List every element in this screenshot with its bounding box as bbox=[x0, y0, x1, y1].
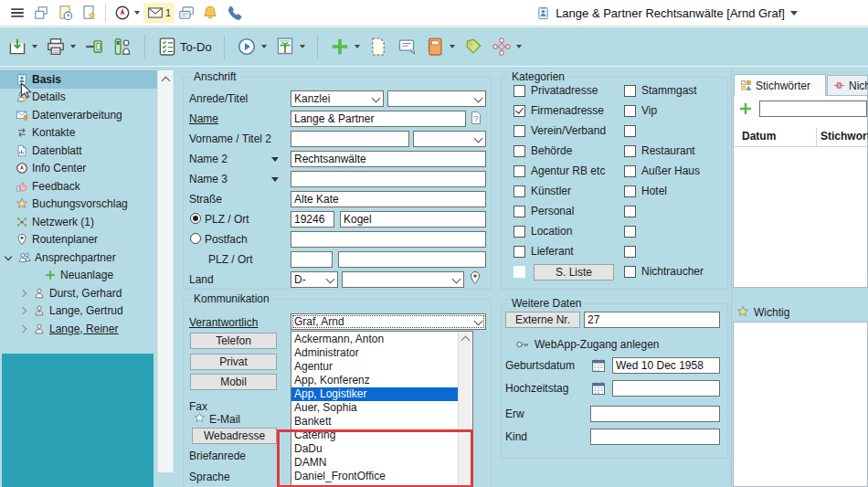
column-header-datum[interactable]: Datum bbox=[742, 130, 776, 143]
plug-button[interactable] bbox=[84, 37, 104, 57]
dashed-doc-button[interactable] bbox=[368, 37, 388, 57]
tag-button[interactable] bbox=[463, 37, 483, 57]
postfach-ort-input[interactable] bbox=[338, 251, 486, 268]
name-help-icon[interactable]: ? bbox=[469, 111, 483, 125]
menu-button[interactable] bbox=[5, 3, 29, 23]
tab-nichtraucher[interactable]: Nich bbox=[827, 75, 868, 96]
checkbox[interactable] bbox=[624, 185, 636, 197]
dropdown-item[interactable]: Auer, Sophia bbox=[291, 401, 459, 415]
windows-button[interactable] bbox=[29, 3, 53, 23]
privat-button[interactable]: Privat bbox=[190, 354, 277, 370]
tree-expander-icon[interactable] bbox=[18, 305, 29, 316]
mobil-button[interactable]: Mobil bbox=[190, 374, 277, 390]
land-combo[interactable]: D- bbox=[291, 271, 338, 288]
dropdown-item[interactable]: Administrator bbox=[291, 346, 459, 360]
verantwortlich-combo[interactable]: Graf, Arnd bbox=[291, 313, 486, 330]
combo-arrow-icon[interactable] bbox=[471, 314, 485, 329]
ort-input[interactable] bbox=[340, 211, 486, 228]
checkbox[interactable] bbox=[624, 226, 636, 238]
combo-arrow-icon[interactable] bbox=[471, 132, 485, 146]
sidebar-item[interactable]: Feedback bbox=[0, 177, 157, 196]
column-header-stichwort[interactable]: Stichwort bbox=[820, 130, 868, 143]
checkbox[interactable] bbox=[513, 85, 525, 97]
telefon-button[interactable]: Telefon bbox=[190, 333, 277, 349]
stichwort-input[interactable] bbox=[759, 101, 867, 117]
combo-arrow-icon[interactable] bbox=[369, 91, 383, 106]
bell-button[interactable] bbox=[198, 3, 222, 23]
titel-combo[interactable] bbox=[387, 90, 486, 107]
calendar-icon[interactable] bbox=[591, 358, 606, 373]
checkbox[interactable] bbox=[624, 85, 636, 97]
tree-expander-icon[interactable] bbox=[18, 288, 29, 299]
checkbox[interactable] bbox=[624, 105, 636, 117]
combo-arrow-icon[interactable] bbox=[471, 91, 485, 106]
sidebar-item[interactable]: Durst, Gerhard bbox=[0, 284, 157, 302]
doc-clock-button[interactable] bbox=[53, 3, 77, 23]
play-button[interactable] bbox=[237, 37, 267, 57]
map-pin-icon[interactable] bbox=[468, 270, 482, 285]
checkbox[interactable] bbox=[513, 165, 525, 177]
name3-input[interactable] bbox=[291, 171, 486, 187]
sidebar-item[interactable]: Lange, Gertrud bbox=[0, 302, 157, 321]
combo-arrow-icon[interactable] bbox=[323, 272, 337, 287]
hochzeitstag-input[interactable] bbox=[612, 380, 720, 397]
checkbox[interactable] bbox=[513, 226, 525, 238]
titel2-combo[interactable] bbox=[413, 131, 486, 147]
navigate-button[interactable] bbox=[111, 3, 143, 23]
sidebar-item[interactable]: Buchungsvorschlag bbox=[0, 196, 157, 214]
anrede-combo[interactable]: Kanzlei bbox=[291, 90, 384, 107]
sidebar-item[interactable]: Routenplaner bbox=[0, 231, 157, 249]
checkbox[interactable] bbox=[624, 246, 636, 258]
doc-star-button[interactable] bbox=[77, 3, 101, 23]
sidebar-scrollbar[interactable] bbox=[157, 70, 174, 472]
checkbox[interactable] bbox=[624, 145, 636, 157]
region-combo[interactable] bbox=[342, 271, 464, 288]
webadresse-button[interactable]: Webadresse bbox=[192, 428, 277, 444]
externe-nr-button[interactable]: Externe Nr. bbox=[505, 312, 580, 328]
name2-input[interactable] bbox=[291, 151, 486, 167]
title-dropdown-caret-icon[interactable] bbox=[790, 11, 798, 16]
checkbox[interactable] bbox=[513, 145, 525, 157]
dropdown-item[interactable]: Agentur bbox=[291, 360, 459, 374]
checkbox[interactable] bbox=[513, 246, 525, 258]
sidebar-item[interactable]: Netzwerk (1) bbox=[0, 213, 157, 231]
import-button[interactable] bbox=[7, 37, 37, 57]
name2-caret-icon[interactable] bbox=[271, 157, 279, 162]
scroll-up-icon[interactable] bbox=[162, 77, 171, 86]
erw-input[interactable] bbox=[590, 406, 720, 422]
checkbox[interactable] bbox=[513, 206, 525, 217]
record-title-selector[interactable]: Lange & Partner Rechtsanwälte [Arnd Graf… bbox=[516, 0, 818, 26]
tree-expander-icon[interactable] bbox=[18, 323, 29, 334]
phone-button[interactable] bbox=[222, 3, 246, 23]
checkbox[interactable] bbox=[513, 125, 525, 137]
dropdown-item[interactable]: Ackermann, Anton bbox=[291, 333, 459, 346]
workflow-button[interactable] bbox=[492, 37, 522, 57]
palm-doc-button[interactable] bbox=[275, 37, 305, 57]
vorname-input[interactable] bbox=[291, 131, 409, 147]
postfach-radio[interactable] bbox=[190, 233, 201, 244]
checkbox[interactable] bbox=[624, 125, 636, 137]
strasse-input[interactable] bbox=[291, 191, 486, 207]
s-liste-button[interactable]: S. Liste bbox=[534, 264, 614, 281]
sidebar-item[interactable]: Datenverarbeitung bbox=[0, 106, 157, 124]
email-star-icon[interactable] bbox=[194, 412, 206, 424]
mail-button[interactable]: 1 bbox=[143, 3, 175, 23]
dropdown-item[interactable]: Bankett bbox=[291, 415, 459, 429]
printer-button[interactable] bbox=[46, 37, 76, 57]
checkbox[interactable] bbox=[624, 206, 636, 217]
plz-input[interactable] bbox=[291, 211, 334, 228]
chat-button[interactable] bbox=[175, 3, 198, 23]
checkbox[interactable] bbox=[624, 266, 636, 278]
combo-arrow-icon[interactable] bbox=[450, 272, 463, 287]
name-input[interactable] bbox=[291, 111, 466, 127]
tab-stichwoerter[interactable]: Stichwörter bbox=[734, 74, 826, 96]
postfach-input[interactable] bbox=[291, 231, 486, 248]
webapp-link[interactable]: WebApp-Zugang anlegen bbox=[535, 338, 660, 351]
add-stichwort-icon[interactable] bbox=[738, 101, 753, 116]
calendar-icon[interactable] bbox=[591, 381, 606, 396]
plus-button[interactable] bbox=[330, 37, 360, 57]
scroll-up-icon[interactable] bbox=[461, 336, 471, 345]
externe-nr-input[interactable] bbox=[584, 312, 720, 328]
checkbox[interactable] bbox=[513, 105, 525, 117]
chat2-button[interactable] bbox=[397, 37, 417, 57]
